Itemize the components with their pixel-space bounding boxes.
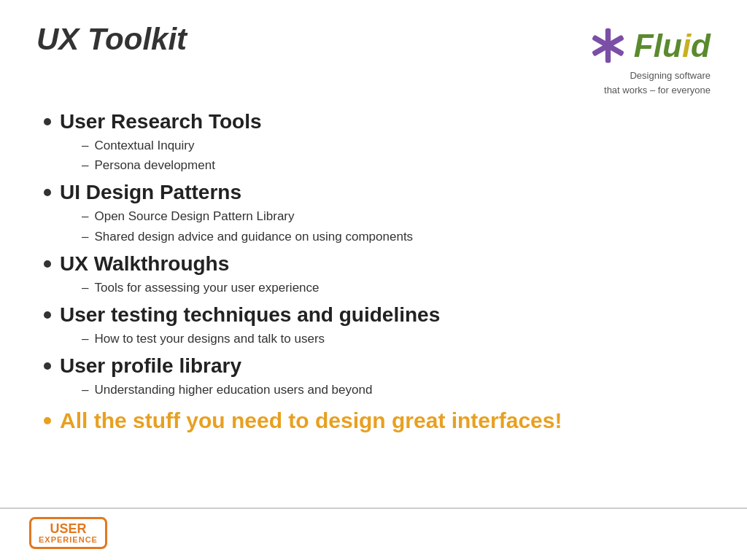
bullet-label: UX Walkthroughs xyxy=(60,252,229,276)
bullet-highlight: All the stuff you need to design great i… xyxy=(44,408,711,433)
fluid-logo: Fluid xyxy=(588,26,711,66)
logo-tagline: Designing software that works – for ever… xyxy=(604,69,711,97)
bullet-user-research: User Research Tools – Contextual Inquiry… xyxy=(44,110,711,175)
bullet-user-testing: User testing techniques and guidelines –… xyxy=(44,303,711,349)
sub-items: – How to test your designs and talk to u… xyxy=(44,329,711,349)
ux-badge-line2: EXPERIENCE xyxy=(39,535,98,544)
slide: UX Toolkit Fluid Designin xyxy=(0,0,747,560)
bullet-ux-walkthroughs: UX Walkthroughs – Tools for assessing yo… xyxy=(44,252,711,298)
bullet-label: User Research Tools xyxy=(60,110,262,133)
sub-items: – Understanding higher education users a… xyxy=(44,380,711,400)
slide-title: UX Toolkit xyxy=(36,22,187,57)
bullet-dot-icon xyxy=(44,118,51,125)
logo-area: Fluid Designing software that works – fo… xyxy=(588,22,711,97)
bullet-label: UI Design Patterns xyxy=(60,181,241,204)
bullet-ui-design: UI Design Patterns – Open Source Design … xyxy=(44,181,711,246)
slide-header: UX Toolkit Fluid Designin xyxy=(36,22,711,97)
sub-item: – Contextual Inquiry xyxy=(82,136,711,155)
sub-item: – Tools for assessing your user experien… xyxy=(82,278,711,298)
highlight-label: All the stuff you need to design great i… xyxy=(60,408,562,433)
sub-item: – Persona development xyxy=(82,155,711,175)
sub-items: – Open Source Design Pattern Library – S… xyxy=(44,206,711,246)
fluid-asterisk-icon xyxy=(588,26,628,66)
bullet-label: User testing techniques and guidelines xyxy=(60,303,440,327)
sub-item: – Open Source Design Pattern Library xyxy=(82,206,711,226)
slide-content: User Research Tools – Contextual Inquiry… xyxy=(36,110,711,433)
bullet-dot-icon xyxy=(44,362,51,370)
sub-item: – Shared design advice and guidance on u… xyxy=(82,227,711,246)
bullet-dot-highlight-icon xyxy=(44,417,51,424)
sub-items: – Tools for assessing your user experien… xyxy=(44,278,711,298)
bullet-dot-icon xyxy=(44,260,51,268)
ux-badge: USER EXPERIENCE xyxy=(29,517,107,549)
slide-divider xyxy=(0,508,747,509)
sub-item: – How to test your designs and talk to u… xyxy=(82,329,711,349)
ux-badge-line1: USER xyxy=(50,522,86,535)
sub-items: – Contextual Inquiry – Persona developme… xyxy=(44,136,711,175)
bullet-user-profile: User profile library – Understanding hig… xyxy=(44,354,711,400)
fluid-name: Fluid xyxy=(634,28,711,64)
bullet-dot-icon xyxy=(44,311,51,319)
sub-item: – Understanding higher education users a… xyxy=(82,380,711,400)
bullet-dot-icon xyxy=(44,189,51,196)
footer: USER EXPERIENCE xyxy=(29,517,107,549)
bullet-label: User profile library xyxy=(60,354,241,378)
